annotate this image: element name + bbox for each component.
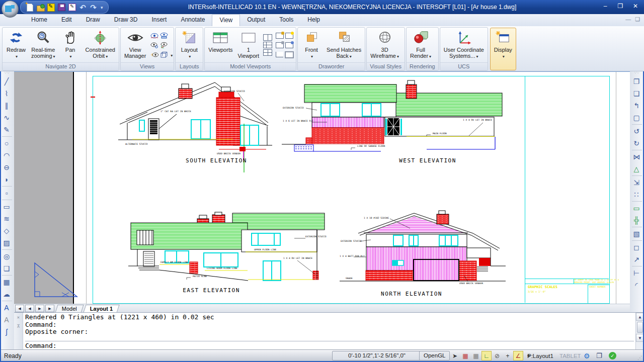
command-window[interactable]: ✕ ⊼ Rendered 0 Triangles at (1221 x 460)… bbox=[14, 312, 644, 350]
named-view-icon[interactable] bbox=[149, 31, 159, 40]
view-ucs-icon[interactable] bbox=[159, 40, 169, 50]
constrained-orbit-button[interactable]: Constrained Orbit▾ bbox=[83, 28, 118, 62]
single-viewport-button[interactable]: 1 Viewport bbox=[235, 28, 262, 62]
fillet-tool[interactable]: ◜ bbox=[630, 279, 643, 291]
box-3d-tool[interactable]: ▧ bbox=[630, 228, 643, 240]
tab-draw[interactable]: Draw bbox=[79, 14, 107, 26]
donut-tool[interactable]: ◎ bbox=[0, 250, 13, 262]
array-tool[interactable]: ▢ bbox=[630, 112, 643, 124]
ortho-icon[interactable]: ∟ bbox=[481, 351, 492, 360]
tab-output[interactable]: Output bbox=[240, 14, 272, 26]
circle-tool[interactable]: ○ bbox=[0, 137, 13, 149]
minimize-ribbon-icon[interactable]: — bbox=[625, 16, 631, 23]
tab-home[interactable]: Home bbox=[24, 14, 54, 26]
spring-tool[interactable]: ≋ bbox=[0, 213, 13, 225]
rectangle-tool[interactable]: ▭ bbox=[0, 201, 13, 213]
viewport-split-4-icon[interactable] bbox=[263, 49, 272, 56]
stretch-tool[interactable]: ⇲ bbox=[630, 176, 643, 189]
send-hatches-back-button[interactable]: Send Hatches Back▾ bbox=[324, 28, 364, 62]
viewport-lock-icon[interactable] bbox=[275, 31, 284, 40]
mirror-tool[interactable]: ⋈ bbox=[630, 151, 643, 163]
status-space-toggle[interactable]: P:Layout1 bbox=[527, 353, 553, 359]
double-line-tool[interactable]: ∥ bbox=[0, 100, 13, 112]
drawing-viewport[interactable]: IF SHEET IS LESS THAN 22 x 34 IT IS A RE… bbox=[14, 71, 630, 304]
realtime-zoom-button[interactable]: Real-time zooming▾ bbox=[29, 28, 58, 62]
explode-tool[interactable]: ▭ bbox=[630, 202, 643, 214]
entity-track-icon[interactable]: ∠ bbox=[513, 351, 523, 360]
tab-tools[interactable]: Tools bbox=[272, 14, 300, 26]
viewport-split-2-icon[interactable] bbox=[263, 34, 272, 41]
snap-icon[interactable]: ▦ bbox=[460, 351, 470, 360]
toolbar-grip[interactable]: ⸪⸪ bbox=[630, 71, 644, 75]
status-renderer[interactable]: OpenGL bbox=[419, 351, 450, 360]
sketch-tool[interactable]: ʃ bbox=[0, 326, 13, 338]
tab-insert[interactable]: Insert bbox=[144, 14, 174, 26]
snap-marker-icon[interactable]: ➤ bbox=[450, 351, 460, 360]
full-render-button[interactable]: Full Render▾ bbox=[408, 28, 434, 62]
close-button[interactable]: ✕ bbox=[628, 0, 643, 12]
app-logo-icon[interactable] bbox=[2, 1, 19, 18]
join-tool[interactable]: ╬ bbox=[630, 214, 643, 226]
viewport-clip-icon[interactable] bbox=[275, 50, 284, 59]
undo-icon[interactable]: ↶ bbox=[78, 3, 87, 12]
close-command-icon[interactable]: ✕ bbox=[17, 315, 20, 320]
point-tool[interactable]: ▫ bbox=[0, 187, 13, 199]
polygon-tool[interactable]: ◇ bbox=[0, 225, 13, 237]
tab-next-icon[interactable]: ▶ bbox=[35, 305, 44, 312]
check-status-icon[interactable]: ✓ bbox=[609, 352, 616, 359]
entity-snap-icon[interactable]: + bbox=[503, 351, 513, 360]
viewport-off-icon[interactable] bbox=[284, 40, 294, 50]
tab-annotate[interactable]: Annotate bbox=[174, 14, 212, 26]
resize-grip[interactable]: ⋰ bbox=[637, 355, 643, 360]
tab-edit[interactable]: Edit bbox=[54, 14, 79, 26]
extend-tool[interactable]: ↗ bbox=[630, 253, 643, 265]
redo-icon[interactable]: ↷ bbox=[89, 3, 98, 12]
qat-chevron-icon[interactable]: ▾ bbox=[101, 5, 103, 10]
revision-cloud-tool[interactable]: ☁ bbox=[0, 288, 13, 300]
tab-model[interactable]: Model bbox=[55, 305, 84, 313]
view-light-icon[interactable] bbox=[149, 50, 159, 59]
wireframe-button[interactable]: 3D Wireframe▾ bbox=[368, 28, 401, 62]
cascade-windows-icon[interactable]: ❐ bbox=[596, 352, 602, 359]
ucs-button[interactable]: User Coordinate Systems...▾ bbox=[441, 28, 487, 62]
ribbon-minimize-controls[interactable]: — ❏ bbox=[625, 16, 640, 23]
view-manager-button[interactable]: View Manager bbox=[122, 28, 148, 62]
display-button[interactable]: Display ▾ bbox=[490, 28, 516, 70]
gear-icon[interactable]: ⚙ bbox=[584, 352, 590, 360]
grid-icon[interactable]: ▦ bbox=[471, 351, 481, 360]
offset-tool[interactable]: ↰ bbox=[630, 100, 643, 112]
scroll-thumb[interactable] bbox=[637, 322, 643, 333]
front-button[interactable]: Front ▾ bbox=[299, 28, 324, 62]
viewport-border-icon[interactable] bbox=[284, 50, 294, 59]
copy-multiple-tool[interactable]: ❏ bbox=[630, 87, 643, 100]
tab-layout1[interactable]: Layout 1 bbox=[83, 305, 119, 313]
polar-icon[interactable]: ⊘ bbox=[492, 351, 502, 360]
rotate-reference-tool[interactable]: ↻ bbox=[630, 137, 643, 149]
arc-tool[interactable]: ◠ bbox=[0, 149, 13, 161]
viewports-button[interactable]: Viewports bbox=[206, 28, 235, 62]
tab-help[interactable]: Help bbox=[300, 14, 327, 26]
tab-last-icon[interactable]: ▶ bbox=[45, 305, 54, 312]
open-file-icon[interactable] bbox=[36, 3, 45, 12]
layout-button[interactable]: Layout ▾ bbox=[177, 28, 202, 62]
minimize-button[interactable]: – bbox=[598, 0, 613, 12]
tab-prev-icon[interactable]: ◀ bbox=[25, 305, 34, 312]
ribbon-layout-icon[interactable]: ❏ bbox=[635, 16, 640, 23]
viewport-split-3-icon[interactable] bbox=[263, 42, 272, 48]
status-coordinates[interactable]: 0'-10 1/2",1'-2 5/16",0" bbox=[332, 351, 422, 360]
viewport-on-icon[interactable] bbox=[284, 31, 294, 40]
line-tool[interactable]: ╱ bbox=[0, 75, 13, 87]
boundary-hatch-tool[interactable]: ▨ bbox=[0, 237, 13, 249]
mirror-3d-tool[interactable]: △ bbox=[630, 163, 643, 175]
text-tool[interactable]: A bbox=[0, 302, 13, 314]
view-cube-icon[interactable] bbox=[159, 50, 169, 59]
polyline-tool[interactable]: ⌇ bbox=[0, 87, 13, 100]
view-zoom-icon[interactable] bbox=[149, 40, 159, 50]
pan-button[interactable]: Pan ▾ bbox=[58, 28, 83, 62]
copy-tool[interactable]: ❐ bbox=[630, 75, 643, 87]
elliptical-arc-tool[interactable]: ◗ bbox=[0, 173, 13, 186]
callout-tool[interactable]: ❏ bbox=[0, 262, 13, 275]
align-tool[interactable]: ◻ bbox=[630, 241, 643, 253]
tab-first-icon[interactable]: ◀ bbox=[15, 305, 24, 312]
tab-draw-3d[interactable]: Draw 3D bbox=[107, 14, 145, 26]
